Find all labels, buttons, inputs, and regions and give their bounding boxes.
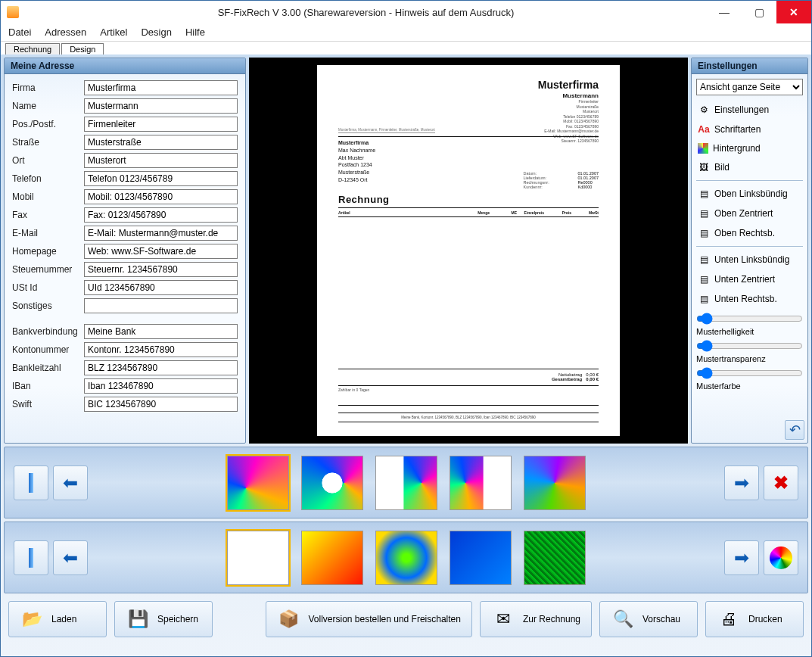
item-bild[interactable]: 🖼Bild	[696, 157, 803, 177]
arrow-right-icon: ➡	[734, 472, 749, 494]
label-firma: Firma	[12, 83, 84, 93]
main-tabs: Rechnung Design	[1, 42, 811, 54]
template-thumb-3[interactable]	[375, 456, 437, 510]
menu-datei[interactable]: Datei	[8, 26, 31, 38]
input-telefon[interactable]	[84, 171, 238, 186]
preview-person: Mustermann	[538, 92, 599, 99]
item-oben-zentriert[interactable]: ▤Oben Zentriert	[696, 204, 803, 223]
minimize-button[interactable]: —	[707, 1, 742, 23]
label-sonstiges: Sonstiges	[12, 300, 84, 311]
strip1-delete-button[interactable]: ✖	[764, 466, 798, 500]
magnify-icon: 🔍	[611, 607, 635, 631]
strip1-next-button[interactable]: ➡	[724, 466, 759, 500]
arrow-right-icon: ➡	[734, 547, 749, 568]
input-firma[interactable]	[84, 80, 238, 95]
menu-design[interactable]: Design	[141, 26, 171, 38]
preview-pane: Musterfirma Mustermann Firmenleiter Must…	[249, 58, 688, 444]
input-pos[interactable]	[84, 117, 238, 132]
input-email[interactable]	[84, 226, 238, 241]
mail-icon: ✉	[491, 607, 515, 631]
strip2-prev-button[interactable]: ⬅	[53, 540, 88, 575]
input-name[interactable]	[84, 98, 238, 114]
input-blz[interactable]	[84, 360, 238, 375]
menu-hilfe[interactable]: Hilfe	[185, 26, 205, 38]
bg-thumb-3[interactable]	[375, 531, 437, 585]
input-ort[interactable]	[84, 153, 238, 168]
input-bank[interactable]	[84, 324, 238, 339]
label-ort: Ort	[12, 155, 84, 166]
template-thumb-1[interactable]	[227, 456, 289, 510]
item-schriftarten[interactable]: AaSchriftarten	[696, 120, 803, 139]
menu-adressen[interactable]: Adressen	[45, 26, 86, 38]
label-name: Name	[12, 101, 84, 111]
slider-helligkeit[interactable]	[696, 313, 803, 324]
label-konto: Kontonummer	[12, 344, 84, 355]
titlebar: SF-FixRech V 3.00 (Sharewareversion - Hi…	[1, 1, 811, 23]
slider-transparenz[interactable]	[696, 341, 803, 351]
floppy-icon: 💾	[126, 607, 150, 631]
input-swift[interactable]	[84, 397, 238, 412]
item-oben-links[interactable]: ▤Oben Linksbündig	[696, 184, 803, 204]
template-thumb-2[interactable]	[301, 456, 363, 510]
maximize-button[interactable]: ▢	[742, 1, 776, 23]
item-hintergrund[interactable]: Hintergrund	[696, 139, 803, 157]
color-grid-icon	[698, 143, 708, 154]
template-thumb-5[interactable]	[524, 456, 586, 510]
strip2-next-button[interactable]: ➡	[724, 540, 759, 575]
item-oben-rechts[interactable]: ▤Oben Rechtsb.	[696, 223, 803, 243]
input-strasse[interactable]	[84, 135, 238, 150]
close-button[interactable]: ✕	[776, 1, 811, 23]
item-unten-zentriert[interactable]: ▤Unten Zentriert	[696, 269, 803, 289]
gear-icon: ⚙	[698, 104, 710, 116]
label-mobil: Mobil	[12, 191, 84, 202]
template-thumb-4[interactable]	[450, 456, 512, 510]
slider-farbe[interactable]	[696, 368, 803, 378]
preview-invoice-title: Rechnung	[338, 194, 390, 205]
print-button[interactable]: 🖨Drucken	[705, 601, 804, 637]
bg-thumb-1[interactable]	[227, 531, 289, 585]
strip2-palette-button[interactable]	[764, 540, 798, 575]
input-steuernr[interactable]	[84, 262, 238, 277]
arrow-left-icon: ⬅	[63, 547, 78, 568]
label-blz: Bankleitzahl	[12, 363, 84, 373]
item-unten-rechts[interactable]: ▤Unten Rechtsb.	[696, 289, 803, 309]
bg-thumb-5[interactable]	[524, 531, 586, 585]
input-ustid[interactable]	[84, 280, 238, 295]
to-invoice-button[interactable]: ✉Zur Rechnung	[480, 601, 592, 637]
item-einstellungen[interactable]: ⚙Einstellungen	[696, 100, 803, 120]
align-br-icon: ▤	[698, 293, 710, 305]
first-icon	[29, 473, 33, 493]
printer-icon: 🖨	[717, 607, 741, 631]
align-tc-icon: ▤	[698, 207, 710, 220]
align-tr-icon: ▤	[698, 227, 710, 239]
bg-thumb-2[interactable]	[301, 531, 363, 585]
tab-design[interactable]: Design	[61, 43, 104, 54]
item-unten-links[interactable]: ▤Unten Linksbündig	[696, 250, 803, 269]
address-panel: Meine Adresse Firma Name Pos./Postf. Str…	[4, 58, 246, 444]
input-konto[interactable]	[84, 342, 238, 357]
menu-artikel[interactable]: Artikel	[100, 26, 127, 38]
tab-rechnung[interactable]: Rechnung	[5, 43, 60, 54]
input-homepage[interactable]	[84, 244, 238, 259]
strip1-first-button[interactable]	[14, 466, 48, 500]
preview-button[interactable]: 🔍Vorschau	[599, 601, 698, 637]
input-iban[interactable]	[84, 378, 238, 394]
order-full-button[interactable]: 📦Vollversion bestellen und Freischalten	[266, 601, 472, 637]
undo-button[interactable]: ↶	[785, 420, 804, 440]
load-button[interactable]: 📂Laden	[8, 601, 107, 637]
preview-page[interactable]: Musterfirma Mustermann Firmenleiter Must…	[317, 65, 620, 436]
save-button[interactable]: 💾Speichern	[114, 601, 213, 637]
input-fax[interactable]	[84, 207, 238, 223]
strip1-prev-button[interactable]: ⬅	[53, 466, 88, 500]
bg-thumb-4[interactable]	[450, 531, 512, 585]
image-icon: 🖼	[698, 161, 710, 173]
first-icon	[29, 548, 33, 568]
label-strasse: Straße	[12, 137, 84, 148]
input-mobil[interactable]	[84, 189, 238, 204]
input-sonstiges[interactable]	[84, 298, 238, 313]
label-ustid: USt Id	[12, 282, 84, 293]
strip2-first-button[interactable]	[14, 540, 48, 575]
palette-icon	[770, 546, 792, 569]
settings-panel: Einstellungen Ansicht ganze Seite ⚙Einst…	[691, 58, 808, 444]
view-select[interactable]: Ansicht ganze Seite	[696, 79, 803, 95]
